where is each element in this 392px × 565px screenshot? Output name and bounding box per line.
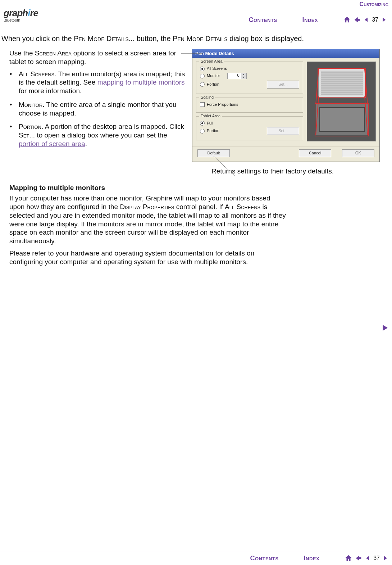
bullet-portion: • Portion. A portion of the desktop area…	[9, 122, 186, 148]
prev-page-icon[interactable]	[363, 17, 369, 23]
section-label[interactable]: Customizing	[360, 1, 388, 8]
footer-nav-cluster: 37	[345, 554, 388, 562]
screen-area-legend: Screen Area	[199, 59, 224, 64]
contents-link[interactable]: Contents	[249, 16, 277, 24]
tablet-area-legend: Tablet Area	[199, 114, 222, 119]
nav-cluster: 37	[343, 16, 387, 24]
radio-all-screens[interactable]: All Screens	[200, 66, 299, 71]
screen-area-description: Use the Screen Area options to select a …	[9, 49, 186, 66]
preview-tablet	[315, 103, 369, 136]
ok-button[interactable]: OK	[342, 149, 374, 157]
footer-page-number: 37	[373, 555, 380, 562]
page-header: graphire Bluetooth Contents Index 37	[0, 0, 392, 26]
bullet-all-screens: • All Screens. The entire monitor(s) are…	[9, 70, 186, 95]
scaling-group: Scaling Force Proportions	[196, 98, 303, 113]
force-proportions-checkbox[interactable]: Force Proportions	[200, 102, 299, 107]
tablet-area-group: Tablet Area Full Portion Set...	[196, 116, 303, 141]
screen-area-group: Screen Area All Screens Monitor 0▲▼ Port…	[196, 62, 303, 94]
svg-line-3	[214, 156, 235, 176]
next-page-icon[interactable]	[381, 17, 387, 23]
footer-contents-link[interactable]: Contents	[250, 554, 278, 562]
scaling-legend: Scaling	[199, 95, 215, 100]
top-nav: Contents Index 37	[50, 16, 388, 26]
radio-portion[interactable]: Portion Set...	[200, 81, 299, 89]
back-fat-arrow-icon[interactable]	[353, 16, 361, 24]
dialog-title: Pen Mode Details	[192, 49, 379, 58]
mapping-para-1: If your computer has more than one monit…	[9, 194, 286, 245]
footer-prev-page-icon[interactable]	[365, 555, 370, 561]
mapping-subhead: Mapping to multiple monitors	[9, 184, 388, 192]
logo-text-right: re	[30, 8, 38, 18]
side-next-arrow-icon[interactable]	[381, 324, 389, 332]
home-icon[interactable]	[343, 16, 351, 24]
portion-of-screen-area-link[interactable]: portion of screen area	[19, 140, 85, 148]
radio-tablet-portion[interactable]: Portion Set...	[200, 127, 299, 135]
footer-index-link[interactable]: Index	[304, 554, 320, 562]
set-screen-button[interactable]: Set...	[267, 81, 299, 89]
logo-text-left: graph	[4, 8, 28, 18]
pen-mode-details-dialog: Pen Mode Details Screen Area All Screens…	[192, 49, 380, 162]
mapping-multiple-monitors-link[interactable]: mapping to multiple monitors	[97, 78, 185, 86]
radio-full[interactable]: Full	[200, 121, 299, 126]
index-link[interactable]: Index	[302, 16, 318, 24]
cancel-button[interactable]: Cancel	[299, 149, 331, 157]
page-footer: Contents Index 37	[0, 551, 392, 562]
page-number: 37	[372, 16, 378, 23]
mapping-preview	[307, 62, 376, 141]
bullet-monitor: • Monitor. The entire area of a single m…	[9, 100, 186, 118]
footer-home-icon[interactable]	[345, 554, 352, 562]
radio-monitor[interactable]: Monitor 0▲▼	[200, 73, 299, 79]
logo: graphire Bluetooth	[4, 4, 50, 26]
logo-subtitle: Bluetooth	[4, 18, 50, 23]
preview-screen	[318, 68, 366, 98]
monitor-spinner[interactable]: 0▲▼	[227, 73, 247, 79]
set-tablet-button[interactable]: Set...	[267, 127, 299, 135]
footer-next-page-icon[interactable]	[383, 555, 388, 561]
mapping-para-2: Please refer to your hardware and operat…	[9, 249, 286, 266]
footer-back-fat-arrow-icon[interactable]	[355, 554, 363, 562]
intro-text: When you click on the Pen Mode Details..…	[1, 34, 388, 43]
